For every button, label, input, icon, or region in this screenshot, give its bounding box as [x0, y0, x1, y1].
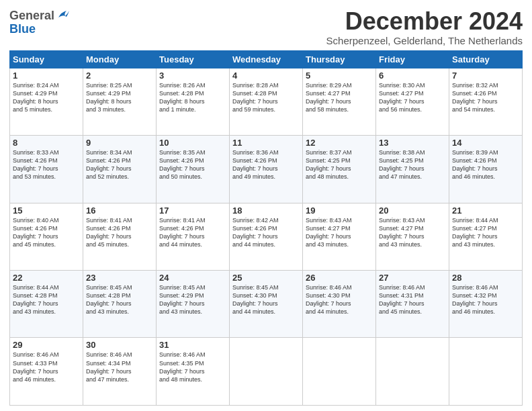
day-number: 30	[86, 340, 153, 350]
day-info: Sunrise: 8:30 AM Sunset: 4:27 PM Dayligh…	[379, 81, 446, 114]
calendar-cell	[303, 338, 376, 406]
calendar-cell	[376, 338, 449, 406]
day-number: 29	[13, 340, 80, 350]
day-info: Sunrise: 8:26 AM Sunset: 4:28 PM Dayligh…	[159, 81, 226, 114]
day-info: Sunrise: 8:40 AM Sunset: 4:26 PM Dayligh…	[13, 216, 80, 249]
calendar-cell: 8Sunrise: 8:33 AM Sunset: 4:26 PM Daylig…	[10, 136, 83, 203]
weekday-header-wednesday: Wednesday	[230, 50, 303, 68]
calendar-cell: 16Sunrise: 8:41 AM Sunset: 4:26 PM Dayli…	[83, 203, 157, 270]
calendar-cell: 12Sunrise: 8:37 AM Sunset: 4:25 PM Dayli…	[303, 136, 376, 203]
calendar-week-row: 8Sunrise: 8:33 AM Sunset: 4:26 PM Daylig…	[10, 136, 523, 203]
day-number: 20	[379, 205, 446, 216]
calendar-cell: 4Sunrise: 8:28 AM Sunset: 4:28 PM Daylig…	[230, 68, 303, 135]
day-info: Sunrise: 8:43 AM Sunset: 4:27 PM Dayligh…	[306, 216, 373, 249]
logo: General Blue	[9, 8, 71, 35]
weekday-header-row: SundayMondayTuesdayWednesdayThursdayFrid…	[10, 50, 523, 68]
day-info: Sunrise: 8:28 AM Sunset: 4:28 PM Dayligh…	[232, 81, 300, 114]
day-number: 25	[232, 273, 300, 283]
day-number: 13	[379, 138, 446, 148]
calendar-week-row: 22Sunrise: 8:44 AM Sunset: 4:28 PM Dayli…	[10, 271, 523, 338]
day-number: 9	[86, 138, 153, 148]
title-area: December 2024 Scherpenzeel, Gelderland, …	[326, 8, 523, 46]
day-number: 5	[306, 71, 373, 81]
day-number: 16	[86, 205, 153, 216]
calendar-week-row: 29Sunrise: 8:46 AM Sunset: 4:33 PM Dayli…	[10, 338, 523, 406]
calendar-cell: 19Sunrise: 8:43 AM Sunset: 4:27 PM Dayli…	[303, 203, 376, 270]
day-number: 12	[306, 138, 373, 148]
calendar-cell: 7Sunrise: 8:32 AM Sunset: 4:26 PM Daylig…	[449, 68, 523, 135]
day-number: 10	[159, 138, 226, 148]
day-info: Sunrise: 8:33 AM Sunset: 4:26 PM Dayligh…	[13, 148, 80, 181]
calendar-cell: 5Sunrise: 8:29 AM Sunset: 4:27 PM Daylig…	[303, 68, 376, 135]
day-number: 27	[379, 273, 446, 283]
day-info: Sunrise: 8:41 AM Sunset: 4:26 PM Dayligh…	[159, 216, 226, 249]
day-number: 19	[306, 205, 373, 216]
day-number: 11	[232, 138, 300, 148]
day-number: 1	[13, 71, 80, 81]
day-number: 18	[232, 205, 300, 216]
day-info: Sunrise: 8:41 AM Sunset: 4:26 PM Dayligh…	[86, 216, 153, 249]
day-info: Sunrise: 8:46 AM Sunset: 4:34 PM Dayligh…	[86, 351, 153, 383]
day-info: Sunrise: 8:46 AM Sunset: 4:32 PM Dayligh…	[452, 283, 519, 316]
calendar-cell	[449, 338, 523, 406]
day-number: 6	[379, 71, 446, 81]
day-number: 14	[452, 138, 519, 148]
calendar-cell: 28Sunrise: 8:46 AM Sunset: 4:32 PM Dayli…	[449, 271, 523, 338]
calendar-week-row: 15Sunrise: 8:40 AM Sunset: 4:26 PM Dayli…	[10, 203, 523, 270]
day-number: 8	[13, 138, 80, 148]
page: General Blue December 2024 Scherpenzeel,…	[0, 0, 532, 411]
calendar-cell: 10Sunrise: 8:35 AM Sunset: 4:26 PM Dayli…	[157, 136, 230, 203]
day-number: 17	[159, 205, 226, 216]
calendar-cell: 29Sunrise: 8:46 AM Sunset: 4:33 PM Dayli…	[10, 338, 83, 406]
logo-blue-text: Blue	[9, 23, 36, 35]
weekday-header-tuesday: Tuesday	[157, 50, 230, 68]
day-info: Sunrise: 8:46 AM Sunset: 4:33 PM Dayligh…	[13, 351, 80, 383]
day-info: Sunrise: 8:35 AM Sunset: 4:26 PM Dayligh…	[159, 148, 226, 181]
day-info: Sunrise: 8:44 AM Sunset: 4:28 PM Dayligh…	[13, 283, 80, 316]
calendar-cell	[230, 338, 303, 406]
day-number: 24	[159, 273, 226, 283]
day-number: 7	[452, 71, 519, 81]
day-number: 26	[306, 273, 373, 283]
day-info: Sunrise: 8:45 AM Sunset: 4:29 PM Dayligh…	[159, 283, 226, 316]
calendar-cell: 24Sunrise: 8:45 AM Sunset: 4:29 PM Dayli…	[157, 271, 230, 338]
calendar-cell: 6Sunrise: 8:30 AM Sunset: 4:27 PM Daylig…	[376, 68, 449, 135]
day-number: 28	[452, 273, 519, 283]
calendar-cell: 27Sunrise: 8:46 AM Sunset: 4:31 PM Dayli…	[376, 271, 449, 338]
day-info: Sunrise: 8:25 AM Sunset: 4:29 PM Dayligh…	[86, 81, 153, 114]
day-info: Sunrise: 8:46 AM Sunset: 4:30 PM Dayligh…	[306, 283, 373, 316]
day-number: 22	[13, 273, 80, 283]
day-info: Sunrise: 8:42 AM Sunset: 4:26 PM Dayligh…	[232, 216, 300, 249]
calendar-cell: 23Sunrise: 8:45 AM Sunset: 4:28 PM Dayli…	[83, 271, 157, 338]
day-info: Sunrise: 8:38 AM Sunset: 4:25 PM Dayligh…	[379, 148, 446, 181]
day-number: 31	[159, 340, 226, 350]
day-info: Sunrise: 8:43 AM Sunset: 4:27 PM Dayligh…	[379, 216, 446, 249]
day-info: Sunrise: 8:36 AM Sunset: 4:26 PM Dayligh…	[232, 148, 300, 181]
day-info: Sunrise: 8:24 AM Sunset: 4:29 PM Dayligh…	[13, 81, 80, 114]
month-title: December 2024	[326, 8, 523, 35]
day-number: 4	[232, 71, 300, 81]
day-number: 21	[452, 205, 519, 216]
header: General Blue December 2024 Scherpenzeel,…	[9, 8, 523, 46]
calendar-cell: 17Sunrise: 8:41 AM Sunset: 4:26 PM Dayli…	[157, 203, 230, 270]
day-number: 23	[86, 273, 153, 283]
calendar-cell: 31Sunrise: 8:46 AM Sunset: 4:35 PM Dayli…	[157, 338, 230, 406]
weekday-header-friday: Friday	[376, 50, 449, 68]
calendar-cell: 11Sunrise: 8:36 AM Sunset: 4:26 PM Dayli…	[230, 136, 303, 203]
calendar-cell: 20Sunrise: 8:43 AM Sunset: 4:27 PM Dayli…	[376, 203, 449, 270]
calendar-cell: 22Sunrise: 8:44 AM Sunset: 4:28 PM Dayli…	[10, 271, 83, 338]
day-info: Sunrise: 8:37 AM Sunset: 4:25 PM Dayligh…	[306, 148, 373, 181]
calendar-cell: 18Sunrise: 8:42 AM Sunset: 4:26 PM Dayli…	[230, 203, 303, 270]
calendar-cell: 1Sunrise: 8:24 AM Sunset: 4:29 PM Daylig…	[10, 68, 83, 135]
day-info: Sunrise: 8:39 AM Sunset: 4:26 PM Dayligh…	[452, 148, 519, 181]
day-number: 15	[13, 205, 80, 216]
weekday-header-saturday: Saturday	[449, 50, 523, 68]
calendar-cell: 25Sunrise: 8:45 AM Sunset: 4:30 PM Dayli…	[230, 271, 303, 338]
day-info: Sunrise: 8:46 AM Sunset: 4:35 PM Dayligh…	[159, 351, 226, 383]
calendar-cell: 15Sunrise: 8:40 AM Sunset: 4:26 PM Dayli…	[10, 203, 83, 270]
day-info: Sunrise: 8:44 AM Sunset: 4:27 PM Dayligh…	[452, 216, 519, 249]
day-info: Sunrise: 8:46 AM Sunset: 4:31 PM Dayligh…	[379, 283, 446, 316]
calendar-cell: 13Sunrise: 8:38 AM Sunset: 4:25 PM Dayli…	[376, 136, 449, 203]
calendar-cell: 26Sunrise: 8:46 AM Sunset: 4:30 PM Dayli…	[303, 271, 376, 338]
location-subtitle: Scherpenzeel, Gelderland, The Netherland…	[326, 35, 523, 46]
